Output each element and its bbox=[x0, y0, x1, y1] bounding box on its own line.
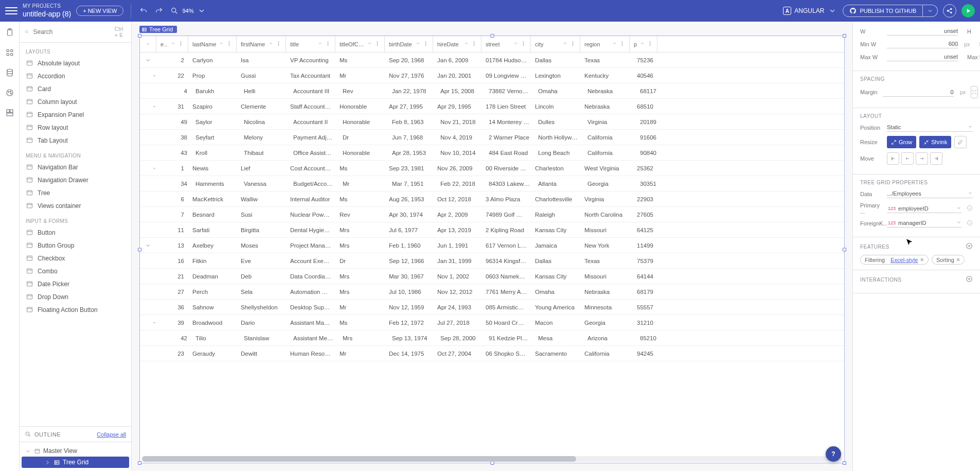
table-row[interactable]: 49SaylorNicolinaAccountant IIHonorableFe… bbox=[140, 114, 844, 130]
horizontal-scrollbar[interactable] bbox=[142, 456, 842, 462]
toolbox-item-layout-5[interactable]: Row layout bbox=[20, 121, 131, 134]
table-row[interactable]: 4BarukhHelliAccountant IIIRevJan 22, 197… bbox=[140, 83, 844, 99]
table-row[interactable]: 36SahnowShellysheldonDesktop Support...M… bbox=[140, 300, 844, 315]
grid-header-city[interactable]: city bbox=[531, 36, 580, 52]
toolbox-item-input-1[interactable]: Button Group bbox=[20, 239, 131, 252]
toolbox-item-input-4[interactable]: Date Picker bbox=[20, 277, 131, 290]
table-row[interactable]: 34HammentsVanessaBudget/Accounti...MrMar… bbox=[140, 176, 844, 191]
info-icon[interactable] bbox=[967, 205, 973, 212]
expand-toggle[interactable] bbox=[140, 57, 156, 63]
move-end-button[interactable] bbox=[930, 152, 942, 165]
table-row[interactable]: 31SzapiroClementeStaff Accountant ...Hon… bbox=[140, 99, 844, 114]
selection-frame[interactable]: Tree Grid employeeIDlastNamefirstNametit… bbox=[140, 36, 844, 463]
feature-chip-sorting[interactable]: Sorting× bbox=[932, 255, 965, 265]
rail-clipboard-icon[interactable] bbox=[5, 28, 14, 39]
sort-icon[interactable] bbox=[639, 41, 645, 47]
maxw-input[interactable] bbox=[887, 53, 958, 61]
expand-toggle[interactable] bbox=[140, 165, 156, 171]
shrink-button[interactable]: Shrink bbox=[919, 136, 951, 148]
column-menu-icon[interactable] bbox=[521, 41, 526, 47]
rail-theme-icon[interactable] bbox=[5, 88, 14, 99]
projects-label[interactable]: MY PROJECTS bbox=[23, 3, 71, 10]
table-row[interactable]: 22PropGussiTax AccountantMrNov 27, 1976J… bbox=[140, 68, 844, 83]
grid-header-titleOfCourt...[interactable]: titleOfCourt... bbox=[335, 36, 385, 52]
sort-icon[interactable] bbox=[415, 41, 421, 47]
expand-toggle[interactable] bbox=[140, 73, 156, 79]
sort-icon[interactable] bbox=[170, 41, 176, 47]
table-row[interactable]: 39BroadwoodDarioAssistant ManagerMsFeb 1… bbox=[140, 315, 844, 330]
publish-button[interactable]: PUBLISH TO GITHUB bbox=[843, 5, 923, 17]
add-feature-button[interactable] bbox=[966, 242, 973, 251]
toolbox-item-input-6[interactable]: Floating Action Button bbox=[20, 303, 131, 316]
column-menu-icon[interactable] bbox=[423, 41, 429, 47]
sort-icon[interactable] bbox=[268, 41, 274, 47]
sort-icon[interactable] bbox=[513, 41, 519, 47]
toolbox-item-layout-3[interactable]: Column layout bbox=[20, 95, 131, 108]
new-view-button[interactable]: + NEW VIEW bbox=[76, 6, 123, 16]
toolbox-item-input-0[interactable]: Button bbox=[20, 226, 131, 239]
toolbox-item-nav-1[interactable]: Navigation Drawer bbox=[20, 173, 131, 186]
search-input[interactable] bbox=[32, 28, 112, 36]
sort-icon[interactable] bbox=[562, 41, 568, 47]
toolbox-item-layout-0[interactable]: Absolute layout bbox=[20, 57, 131, 69]
toolbox-item-layout-2[interactable]: Card bbox=[20, 82, 131, 95]
grid-header-street[interactable]: street bbox=[482, 36, 531, 52]
grid-header-lastName[interactable]: lastName bbox=[188, 36, 237, 52]
column-menu-icon[interactable] bbox=[647, 41, 653, 47]
margin-expand-button[interactable] bbox=[971, 86, 978, 98]
column-menu-icon[interactable] bbox=[178, 41, 184, 47]
expand-toggle[interactable] bbox=[140, 103, 156, 110]
table-row[interactable]: 11SarfatiBirgittaDental HygienistMrsJul … bbox=[140, 222, 844, 238]
publish-dropdown[interactable] bbox=[923, 5, 938, 17]
help-fab[interactable]: ? bbox=[826, 446, 841, 462]
framework-select[interactable]: A ANGULAR bbox=[783, 6, 838, 16]
rail-assets-icon[interactable] bbox=[5, 108, 14, 119]
share-button[interactable] bbox=[943, 4, 956, 18]
grid-header-region[interactable]: region bbox=[580, 36, 630, 52]
grid-sort-column[interactable] bbox=[140, 36, 156, 52]
hamburger-button[interactable] bbox=[5, 5, 17, 17]
collapse-all-link[interactable]: Collapse all bbox=[97, 431, 126, 438]
data-source-select[interactable]: .../Employees bbox=[887, 189, 973, 198]
margin-input[interactable] bbox=[883, 88, 954, 97]
column-menu-icon[interactable] bbox=[619, 41, 625, 47]
move-start-button[interactable] bbox=[887, 152, 899, 165]
rail-components-icon[interactable] bbox=[5, 48, 14, 59]
grow-button[interactable]: Grow bbox=[887, 136, 916, 148]
rail-data-icon[interactable] bbox=[5, 68, 14, 79]
expand-toggle[interactable] bbox=[140, 242, 156, 249]
remove-chip-icon[interactable]: × bbox=[920, 256, 924, 263]
grid-header-firstName[interactable]: firstName bbox=[237, 36, 286, 52]
move-left-button[interactable] bbox=[901, 152, 914, 165]
toolbox-item-input-2[interactable]: Checkbox bbox=[20, 252, 131, 265]
grid-header-employeeID[interactable]: employeeID bbox=[156, 36, 188, 52]
toolbox-item-nav-3[interactable]: Views container bbox=[20, 199, 131, 212]
resize-edit-button[interactable] bbox=[954, 136, 967, 148]
excel-style-link[interactable]: Excel-style bbox=[890, 257, 918, 263]
toolbox-item-layout-1[interactable]: Accordion bbox=[20, 69, 131, 82]
toolbox-item-input-3[interactable]: Combo bbox=[20, 265, 131, 277]
minw-input[interactable] bbox=[887, 40, 958, 48]
column-menu-icon[interactable] bbox=[226, 41, 232, 47]
grid-header-hireDate[interactable]: hireDate bbox=[433, 36, 482, 52]
info-icon[interactable] bbox=[967, 220, 973, 227]
table-row[interactable]: 6MacKettrickWalliwInternal AuditorMsAug … bbox=[140, 191, 844, 207]
sort-icon[interactable] bbox=[464, 41, 469, 47]
project-name[interactable]: untitled-app (8) bbox=[23, 10, 71, 19]
grid-header-birthDate[interactable]: birthDate bbox=[385, 36, 433, 52]
table-row[interactable]: 2CarlyonIsaVP AccountingMsSep 20, 1968Ja… bbox=[140, 53, 844, 68]
position-select[interactable]: Static bbox=[887, 123, 973, 132]
outline-master-view[interactable]: Master View bbox=[22, 445, 129, 457]
column-menu-icon[interactable] bbox=[276, 41, 281, 47]
table-row[interactable]: 7BesnardSusiNuclear Power E...RevApr 30,… bbox=[140, 207, 844, 222]
column-menu-icon[interactable] bbox=[375, 41, 380, 47]
table-row[interactable]: 43KrollThibautOffice Assistant IIIHonora… bbox=[140, 145, 844, 161]
table-row[interactable]: 16FitkinEveAccount ExecutiveDrSep 12, 19… bbox=[140, 253, 844, 269]
toolbox-item-input-5[interactable]: Drop Down bbox=[20, 290, 131, 303]
tree-grid[interactable]: employeeIDlastNamefirstNametitletitleOfC… bbox=[140, 36, 844, 463]
table-row[interactable]: 42TilioStanislawAssistant Media ...MrsSe… bbox=[140, 330, 844, 346]
sort-icon[interactable] bbox=[367, 41, 372, 47]
foreign-key-select[interactable]: 123 managerID bbox=[887, 219, 961, 228]
add-interaction-button[interactable] bbox=[966, 275, 973, 284]
column-menu-icon[interactable] bbox=[325, 41, 331, 47]
